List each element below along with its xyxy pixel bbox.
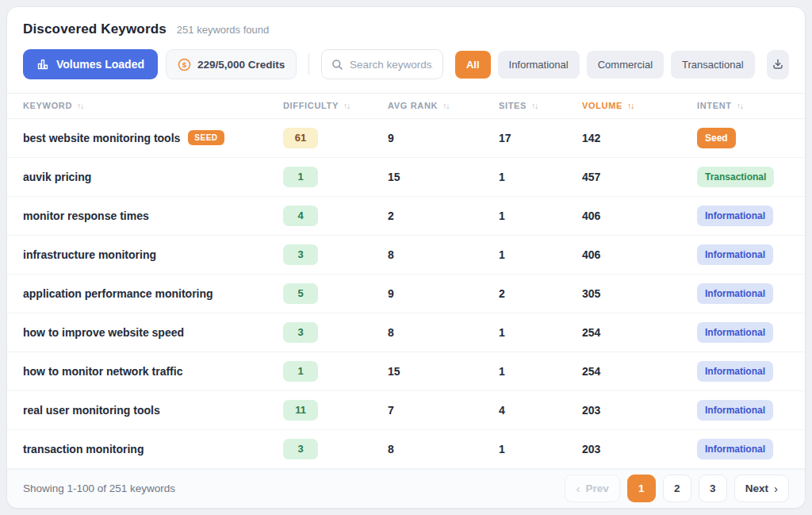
difficulty-badge: 3 <box>283 322 318 343</box>
keyword-cell: application performance monitoring <box>23 287 283 300</box>
svg-text:$: $ <box>182 60 187 69</box>
table-row[interactable]: infrastructure monitoring 3 8 1 406 Info… <box>7 236 805 275</box>
search-box <box>321 49 443 79</box>
download-icon <box>772 58 784 71</box>
difficulty-cell: 1 <box>283 167 388 187</box>
toolbar-divider <box>308 54 309 75</box>
table-row[interactable]: auvik pricing 1 15 1 457 Transactional <box>7 158 805 197</box>
avg-rank-cell: 9 <box>388 132 499 144</box>
volume-cell: 254 <box>582 326 697 339</box>
keyword-cell: real user monitoring tools <box>23 404 283 417</box>
pagination: ‹ Prev 123 Next › <box>565 475 789 502</box>
page-button-1[interactable]: 1 <box>627 475 656 502</box>
column-header-sites[interactable]: SITES ↑↓ <box>499 101 582 110</box>
volume-cell: 406 <box>582 209 697 222</box>
keyword-text: real user monitoring tools <box>23 404 160 417</box>
column-header-difficulty[interactable]: DIFFICULTY ↑↓ <box>283 101 388 110</box>
keyword-text: auvik pricing <box>23 171 91 183</box>
credits-button[interactable]: $ 229/5,000 Credits <box>166 49 297 79</box>
column-label: KEYWORD <box>23 101 72 110</box>
keyword-text: best website monitoring tools <box>23 132 180 144</box>
volumes-loaded-label: Volumes Loaded <box>56 58 144 71</box>
keywords-found-count: 251 keywords found <box>177 24 269 36</box>
sites-cell: 1 <box>499 365 582 378</box>
intent-cell: Informational <box>697 206 789 226</box>
intent-badge: Informational <box>697 283 773 304</box>
keyword-text: monitor response times <box>23 209 149 222</box>
filter-transactional[interactable]: Transactional <box>671 51 755 79</box>
results-summary: Showing 1-100 of 251 keywords <box>23 482 175 494</box>
page-number-group: 123 <box>627 475 727 502</box>
page-button-3[interactable]: 3 <box>699 475 727 502</box>
volume-cell: 305 <box>582 287 697 300</box>
intent-badge: Transactional <box>697 167 774 187</box>
panel-footer: Showing 1-100 of 251 keywords ‹ Prev 123… <box>7 469 805 508</box>
page-button-2[interactable]: 2 <box>663 475 691 502</box>
title-row: Discovered Keywords 251 keywords found <box>23 21 789 37</box>
avg-rank-cell: 15 <box>388 171 499 183</box>
table-row[interactable]: best website monitoring tools SEED 61 9 … <box>7 119 805 158</box>
keyword-text: transaction monitoring <box>23 443 144 455</box>
table-row[interactable]: real user monitoring tools 11 7 4 203 In… <box>7 391 805 430</box>
table-row[interactable]: monitor response times 4 2 1 406 Informa… <box>7 197 805 236</box>
column-header-keyword[interactable]: KEYWORD ↑↓ <box>23 101 283 110</box>
keyword-cell: infrastructure monitoring <box>23 248 283 261</box>
search-input[interactable] <box>350 59 433 71</box>
difficulty-cell: 3 <box>283 439 388 459</box>
credits-label: 229/5,000 Credits <box>197 59 285 71</box>
volume-cell: 203 <box>582 404 697 417</box>
keyword-cell: best website monitoring tools SEED <box>23 130 283 145</box>
table-row[interactable]: how to improve website speed 3 8 1 254 I… <box>7 313 805 352</box>
sort-arrows-icon: ↑↓ <box>737 101 743 110</box>
avg-rank-cell: 2 <box>388 209 499 222</box>
intent-cell: Informational <box>697 400 789 421</box>
difficulty-badge: 5 <box>283 283 318 304</box>
table-row[interactable]: application performance monitoring 5 9 2… <box>7 275 805 313</box>
difficulty-badge: 11 <box>283 400 318 421</box>
intent-badge: Informational <box>697 244 773 265</box>
difficulty-cell: 4 <box>283 206 388 226</box>
avg-rank-cell: 7 <box>388 404 499 417</box>
column-label: DIFFICULTY <box>283 101 339 110</box>
prev-page-button[interactable]: ‹ Prev <box>565 475 619 502</box>
coin-icon: $ <box>178 58 191 71</box>
intent-cell: Informational <box>697 361 789 382</box>
sites-cell: 2 <box>499 287 582 300</box>
next-page-button[interactable]: Next › <box>734 475 789 502</box>
avg-rank-cell: 8 <box>388 443 499 455</box>
intent-cell: Informational <box>697 322 789 343</box>
sort-arrows-icon: ↑↓ <box>442 101 449 110</box>
filter-informational[interactable]: Informational <box>498 51 580 79</box>
intent-badge: Informational <box>697 439 773 459</box>
difficulty-cell: 5 <box>283 283 388 304</box>
filter-group: AllInformationalCommercialTransactional <box>455 51 755 79</box>
sites-cell: 1 <box>499 248 582 261</box>
column-header-volume[interactable]: VOLUME ↑↓ <box>582 101 697 110</box>
difficulty-cell: 3 <box>283 244 388 265</box>
table-row[interactable]: transaction monitoring 3 8 1 203 Informa… <box>7 430 805 469</box>
intent-cell: Transactional <box>697 167 789 187</box>
keyword-cell: transaction monitoring <box>23 443 283 455</box>
keyword-cell: how to monitor network traffic <box>23 365 283 378</box>
volume-cell: 254 <box>582 365 697 378</box>
column-header-intent[interactable]: INTENT ↑↓ <box>697 101 789 110</box>
seed-tag: SEED <box>188 130 224 145</box>
column-label: SITES <box>499 101 527 110</box>
table-body: best website monitoring tools SEED 61 9 … <box>7 119 805 469</box>
volumes-loaded-button[interactable]: Volumes Loaded <box>23 49 158 79</box>
chevron-right-icon: › <box>774 482 778 494</box>
difficulty-badge: 3 <box>283 244 318 265</box>
export-button[interactable] <box>767 50 789 79</box>
difficulty-cell: 3 <box>283 322 388 343</box>
difficulty-badge: 4 <box>283 206 318 226</box>
filter-commercial[interactable]: Commercial <box>587 51 664 79</box>
filter-all[interactable]: All <box>455 51 491 79</box>
sort-arrows-icon: ↑↓ <box>627 101 634 110</box>
table-row[interactable]: how to monitor network traffic 1 15 1 25… <box>7 352 805 391</box>
page-title: Discovered Keywords <box>23 21 167 37</box>
column-header-avg-rank[interactable]: AVG RANK ↑↓ <box>388 101 499 110</box>
keyword-text: infrastructure monitoring <box>23 248 156 261</box>
search-icon <box>331 59 343 71</box>
column-label: VOLUME <box>582 101 622 110</box>
volume-cell: 406 <box>582 248 697 261</box>
